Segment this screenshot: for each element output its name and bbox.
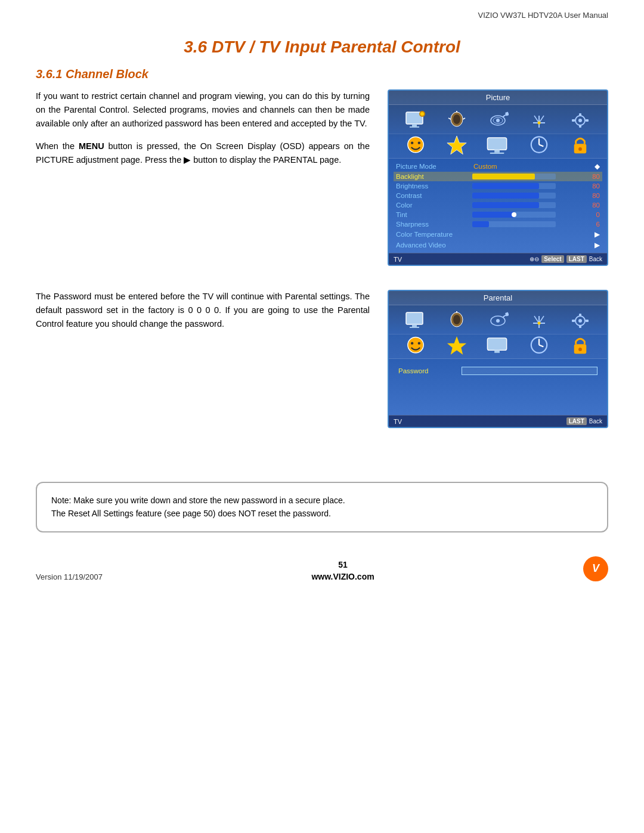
icon-tv <box>485 137 511 153</box>
main-title: 3.6 DTV / TV Input Parental Control <box>36 38 608 57</box>
osd1-row-mode: Picture Mode Custom ◆ <box>394 161 602 172</box>
svg-rect-57 <box>572 320 575 322</box>
icon-lock <box>567 137 593 153</box>
icon-picture <box>402 110 429 131</box>
page-header: VIZIO VW37L HDTV20A User Manual <box>0 0 644 20</box>
osd1-container: Picture <box>388 89 608 266</box>
osd1-menu: Picture Mode Custom ◆ Backlight 80 <box>389 159 607 253</box>
svg-point-69 <box>578 348 582 351</box>
svg-point-60 <box>411 342 413 345</box>
osd2-password-row: Password <box>389 359 607 379</box>
osd1-row-backlight: Backlight 80 <box>394 172 602 181</box>
footer-page: 51 www.VIZIO.com <box>103 560 583 581</box>
osd1-footer: TV ⊕⊖ Select LAST Back <box>389 253 607 265</box>
svg-rect-64 <box>494 351 500 353</box>
osd2-icon-tv <box>485 337 511 354</box>
section1-layout: If you want to restrict certain channel … <box>36 89 608 266</box>
svg-rect-24 <box>572 119 575 122</box>
osd2-icon-satellite <box>485 310 511 332</box>
section-title: 3.6.1 Channel Block <box>36 67 608 81</box>
osd2-password-input <box>462 367 597 375</box>
osd2-icons-row2 <box>389 335 607 359</box>
svg-point-26 <box>407 137 423 153</box>
svg-point-37 <box>578 147 582 151</box>
svg-rect-55 <box>579 314 581 317</box>
osd1-row-contrast: Contrast 80 <box>394 191 602 200</box>
section2-text: The Password must be entered before the … <box>36 290 370 428</box>
icon-star <box>444 137 470 153</box>
svg-rect-1 <box>412 124 417 126</box>
svg-point-27 <box>411 142 413 144</box>
icon-satellite <box>485 110 511 131</box>
svg-rect-2 <box>410 126 419 128</box>
svg-rect-32 <box>490 153 504 154</box>
svg-line-9 <box>448 118 451 119</box>
manual-title: VIZIO VW37L HDTV20A User Manual <box>478 11 608 20</box>
svg-point-61 <box>417 342 420 345</box>
osd2-title: Parental <box>389 291 607 305</box>
svg-rect-25 <box>586 119 589 122</box>
svg-point-42 <box>453 315 460 324</box>
svg-line-35 <box>539 145 543 147</box>
osd2-icon-lock <box>567 337 593 354</box>
icon-settings <box>567 110 593 131</box>
svg-line-46 <box>503 315 506 317</box>
osd2-icons-row1 <box>389 305 607 335</box>
svg-marker-62 <box>447 336 466 355</box>
note-line1: Note: Make sure you write down and store… <box>51 494 593 507</box>
svg-rect-40 <box>410 327 419 328</box>
section1-text: If you want to restrict certain channel … <box>36 89 370 266</box>
osd2-icon-monitor <box>402 310 429 332</box>
page-content: 3.6 DTV / TV Input Parental Control 3.6.… <box>0 20 644 464</box>
icon-antenna <box>526 110 552 131</box>
osd1-title: Picture <box>389 91 607 105</box>
svg-rect-63 <box>487 338 506 351</box>
svg-rect-30 <box>487 138 506 150</box>
osd1-row-color: Color 80 <box>394 200 602 210</box>
svg-line-67 <box>539 345 543 347</box>
osd2-icon-smile <box>402 337 429 354</box>
page-footer: Version 11/19/2007 51 www.VIZIO.com V <box>0 550 644 593</box>
icon-smile <box>402 137 429 153</box>
svg-rect-39 <box>412 324 417 327</box>
svg-marker-29 <box>447 136 466 154</box>
osd2-icon-antenna <box>526 310 552 332</box>
svg-point-28 <box>417 142 420 144</box>
section2-layout: The Password must be entered before the … <box>36 290 608 428</box>
osd1-row-advvideo: Advanced Video ▶ <box>394 240 602 250</box>
footer-logo-area: V <box>583 556 608 581</box>
svg-rect-38 <box>406 312 423 324</box>
section1-para1: If you want to restrict certain channel … <box>36 89 370 131</box>
osd2-footer: TV LAST Back <box>389 415 607 427</box>
osd1-row-tint: Tint 0 <box>394 210 602 219</box>
svg-line-13 <box>503 114 506 117</box>
svg-point-19 <box>538 122 541 125</box>
svg-point-12 <box>496 119 500 122</box>
osd1-screen: Picture <box>388 89 608 266</box>
svg-point-52 <box>538 322 541 325</box>
osd2-icon-clock <box>526 337 552 354</box>
vizio-logo: V <box>583 556 608 581</box>
osd2-icon-camera <box>444 310 470 332</box>
svg-rect-23 <box>579 125 581 128</box>
svg-point-59 <box>407 337 423 353</box>
osd1-icons-row1 <box>389 105 607 134</box>
osd2-screen: Parental <box>388 290 608 428</box>
svg-point-4 <box>420 112 424 116</box>
osd1-row-brightness: Brightness 80 <box>394 181 602 191</box>
svg-point-54 <box>578 319 582 323</box>
osd1-icons-row2 <box>389 134 607 159</box>
osd1-row-colortemp: Color Temperature ▶ <box>394 229 602 240</box>
svg-rect-22 <box>579 113 581 116</box>
osd2-icon-settings <box>567 310 593 332</box>
svg-point-6 <box>453 114 460 124</box>
svg-point-21 <box>578 119 582 122</box>
osd2-container: Parental <box>388 290 608 428</box>
osd2-icon-star <box>444 337 470 354</box>
svg-line-8 <box>463 118 465 119</box>
section2-para1: The Password must be entered before the … <box>36 290 370 332</box>
footer-version: Version 11/19/2007 <box>36 572 103 581</box>
svg-rect-58 <box>586 320 589 322</box>
svg-point-45 <box>496 319 500 323</box>
svg-rect-56 <box>579 325 581 328</box>
